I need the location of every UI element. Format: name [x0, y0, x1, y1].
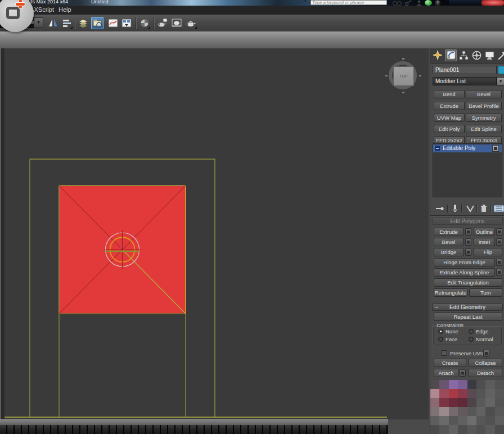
- modifier-list-dropdown[interactable]: Modifier List: [433, 77, 497, 85]
- bevel-settings-button[interactable]: [465, 238, 471, 246]
- remove-modifier-icon[interactable]: [480, 204, 488, 213]
- stack-item-toggle[interactable]: [492, 145, 499, 152]
- capture-region-icon: [6, 7, 20, 19]
- modifier-list-arrow[interactable]: ▼: [497, 77, 504, 85]
- censored-block: [458, 389, 467, 398]
- pin-stack-icon[interactable]: [435, 205, 445, 213]
- object-name-field[interactable]: Plane001: [433, 66, 497, 74]
- extrude-settings-button[interactable]: [465, 228, 471, 236]
- edit-triangulation-button[interactable]: Edit Triangulation: [434, 278, 502, 287]
- menu-help[interactable]: Help: [58, 6, 71, 13]
- censored-block: [458, 407, 467, 416]
- tab-motion[interactable]: [471, 49, 483, 61]
- material-editor-button[interactable]: [138, 17, 151, 29]
- schematic-view-button[interactable]: [120, 17, 133, 29]
- render-production-button[interactable]: [185, 17, 197, 29]
- modifier-button-bend[interactable]: Bend: [434, 90, 465, 98]
- turn-button[interactable]: Turn: [469, 288, 502, 297]
- tab-hierarchy[interactable]: [458, 49, 470, 61]
- extrude-along-spline-button[interactable]: Extrude Along Spline: [434, 268, 495, 277]
- search-input[interactable]: [310, 0, 387, 5]
- modifier-button-symmetry[interactable]: Symmetry: [466, 114, 502, 122]
- manage-layers-button[interactable]: [77, 17, 89, 29]
- editable-poly-icon: [434, 145, 440, 151]
- show-end-result-icon[interactable]: [452, 204, 458, 213]
- tab-create[interactable]: [432, 49, 444, 61]
- viewport-top[interactable]: z TOP: [4, 48, 429, 419]
- constraint-radio-none[interactable]: [438, 329, 443, 334]
- extrude-button[interactable]: Extrude: [434, 228, 464, 236]
- repeat-last-button[interactable]: Repeat Last: [434, 313, 502, 321]
- attach-button[interactable]: Attach: [434, 369, 458, 377]
- communication-center-icon[interactable]: [425, 0, 432, 6]
- constraint-radio-normal[interactable]: [469, 337, 474, 342]
- tab-display[interactable]: [484, 49, 496, 61]
- graphite-modeling-toggle-button[interactable]: [91, 17, 104, 29]
- inset-settings-button[interactable]: [496, 238, 502, 246]
- stack-toolbar-separator: [490, 205, 491, 213]
- key-icon[interactable]: [404, 0, 412, 6]
- object-color-swatch[interactable]: [498, 66, 504, 74]
- schematic-view-icon: [120, 17, 133, 29]
- preserve-uvs-checkbox[interactable]: [442, 350, 447, 356]
- make-unique-icon[interactable]: [466, 205, 475, 213]
- extrude-along-spline-settings-button[interactable]: [496, 269, 502, 276]
- render-setup-button[interactable]: [156, 17, 169, 29]
- align-icon: [61, 17, 73, 29]
- bevel-button[interactable]: Bevel: [434, 238, 464, 246]
- modifier-button-bevel[interactable]: Bevel: [466, 90, 502, 98]
- configure-modifier-sets-icon[interactable]: [494, 205, 504, 213]
- outline-settings-button[interactable]: [496, 228, 502, 236]
- viewcube-top-face[interactable]: TOP: [393, 66, 414, 86]
- binoculars-icon[interactable]: [392, 0, 402, 6]
- preserve-uvs-label: Preserve UVs: [450, 350, 483, 356]
- bridge-button[interactable]: Bridge: [434, 248, 464, 256]
- help-icon[interactable]: ?: [435, 0, 440, 6]
- user-icon[interactable]: [416, 0, 422, 6]
- inset-button[interactable]: Inset: [474, 238, 495, 246]
- create-button[interactable]: Create: [434, 359, 466, 367]
- rendered-frame-button[interactable]: [170, 17, 183, 29]
- rendered-frame-icon: [170, 17, 183, 29]
- preserve-uvs-settings-button[interactable]: [483, 350, 489, 357]
- document-title: Untitled: [91, 0, 109, 4]
- edit-polygons-rollout-header[interactable]: Edit Polygons: [432, 218, 503, 225]
- workspace-caret-icon[interactable]: ▾: [304, 0, 307, 3]
- viewcube[interactable]: TOP: [385, 57, 422, 94]
- constraint-radio-face[interactable]: [438, 337, 443, 342]
- modify-icon: [445, 49, 457, 61]
- detach-button[interactable]: Detach: [469, 369, 502, 377]
- censored-block: [449, 407, 458, 416]
- attach-settings-button[interactable]: [460, 369, 466, 377]
- modifier-button-edit-spline[interactable]: Edit Spline: [466, 125, 502, 133]
- retriangulate-button[interactable]: Retriangulate: [434, 288, 467, 297]
- track-bar-ruler[interactable]: [0, 425, 388, 434]
- modifier-button-extrude[interactable]: Extrude: [434, 102, 465, 110]
- constraint-radio-edge[interactable]: [469, 329, 474, 334]
- modifier-stack[interactable]: Editable Poly: [433, 143, 502, 197]
- hinge-from-edge-button[interactable]: Hinge From Edge: [434, 258, 495, 266]
- flip-button[interactable]: Flip: [474, 248, 502, 256]
- modifier-button-uvw-map[interactable]: UVW Map: [434, 114, 465, 122]
- mirror-button[interactable]: [47, 17, 60, 29]
- edit-geometry-title: Edit Geometry: [449, 304, 485, 310]
- tab-modify[interactable]: [445, 49, 457, 61]
- censored-block: [449, 389, 458, 398]
- collapse-button[interactable]: Collapse: [469, 359, 502, 367]
- align-button[interactable]: [61, 17, 73, 29]
- modifier-button-bevel-profile[interactable]: Bevel Profile: [466, 102, 502, 110]
- selection-set-dropdown-arrow[interactable]: ▼: [34, 17, 43, 28]
- hinge-settings-button[interactable]: [496, 259, 502, 266]
- modifier-button-edit-poly[interactable]: Edit Poly: [434, 125, 465, 133]
- censored-block: [439, 398, 448, 407]
- viewport-canvas[interactable]: z: [4, 48, 429, 419]
- stack-item-editable-poly[interactable]: Editable Poly: [433, 144, 502, 152]
- edit-geometry-rollout-header[interactable]: − Edit Geometry: [432, 304, 503, 311]
- outline-button[interactable]: Outline: [474, 228, 495, 236]
- curve-editor-button[interactable]: [107, 17, 119, 29]
- tab-utilities[interactable]: [497, 49, 504, 61]
- window-controls-blurred[interactable]: [482, 0, 504, 6]
- censored-block: [430, 380, 439, 389]
- bridge-settings-button[interactable]: [465, 248, 471, 256]
- stack-toolbar: [430, 204, 504, 214]
